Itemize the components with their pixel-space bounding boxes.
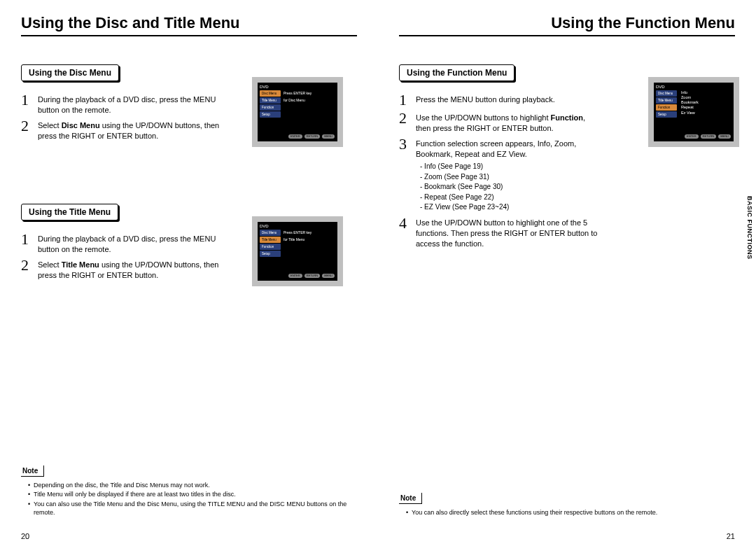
step-text: Function selection screen appears, Info,… — [416, 136, 602, 213]
step-number: 1 — [21, 92, 35, 108]
note-list: You can also directly select these funct… — [399, 508, 735, 517]
step-text: Use the UP/DOWN button to highlight one … — [416, 216, 602, 249]
step-number: 2 — [399, 111, 413, 126]
step-row: 4 Use the UP/DOWN button to highlight on… — [399, 216, 602, 249]
sublist: Info (See Page 19) Zoom (See Page 31) Bo… — [420, 162, 602, 212]
page-number-left: 20 — [21, 532, 29, 540]
page-number-right: 21 — [727, 532, 735, 540]
step-text: During the playback of a DVD disc, press… — [38, 232, 224, 255]
step-number: 1 — [399, 92, 413, 108]
page-title-right: Using the Function Menu — [399, 14, 735, 36]
step-text: During the playback of a DVD disc, press… — [38, 92, 224, 115]
step-number: 4 — [399, 216, 413, 231]
note-label: Note — [21, 465, 44, 477]
step-row: 2 Select Title Menu using the UP/DOWN bu… — [21, 258, 224, 281]
section-label: Using the Disc Menu — [21, 64, 119, 81]
osd-mock-function: DVD Disc Menu Title Menu Function Setup … — [648, 77, 739, 147]
side-tab: BASIC FUNCTIONS — [746, 196, 753, 260]
note-list: Depending on the disc, the Title and Dis… — [21, 481, 357, 517]
step-row: 1 During the playback of a DVD disc, pre… — [21, 92, 224, 115]
osd-mock-title: DVD Disc MenuPress ENTER key Title Menuf… — [252, 216, 343, 286]
step-number: 2 — [21, 258, 35, 273]
section-label: Using the Title Menu — [21, 204, 118, 220]
section-disc-menu: Using the Disc Menu 1 During the playbac… — [21, 64, 357, 141]
step-number: 1 — [21, 232, 35, 247]
step-text: Press the MENU button during playback. — [416, 92, 602, 105]
manual-page-left: Using the Disc and Title Menu Using the … — [0, 0, 378, 553]
step-row: 2 Use the UP/DOWN buttons to highlight F… — [399, 111, 602, 134]
note-box-right: Note You can also directly select these … — [399, 491, 735, 518]
step-row: 2 Select Disc Menu using the UP/DOWN but… — [21, 118, 224, 141]
step-text: Select Title Menu using the UP/DOWN butt… — [38, 258, 224, 281]
section-function-menu: Using the Function Menu 1 Press the MENU… — [399, 64, 735, 248]
note-label: Note — [399, 493, 422, 504]
step-row: 3 Function selection screen appears, Inf… — [399, 136, 602, 213]
note-box-left: Note Depending on the disc, the Title an… — [21, 463, 357, 518]
page-title-left: Using the Disc and Title Menu — [21, 14, 357, 36]
manual-page-right: Using the Function Menu Using the Functi… — [378, 0, 756, 553]
step-number: 2 — [21, 118, 35, 134]
step-text: Use the UP/DOWN buttons to highlight Fun… — [416, 111, 602, 134]
osd-mock-disc: DVD Disc MenuPress ENTER key Title Menuf… — [252, 77, 343, 147]
step-number: 3 — [399, 136, 413, 152]
step-row: 1 Press the MENU button during playback. — [399, 92, 602, 108]
section-label: Using the Function Menu — [399, 64, 514, 81]
section-title-menu: Using the Title Menu 1 During the playba… — [21, 204, 357, 280]
step-text: Select Disc Menu using the UP/DOWN butto… — [38, 118, 224, 141]
step-row: 1 During the playback of a DVD disc, pre… — [21, 232, 224, 255]
